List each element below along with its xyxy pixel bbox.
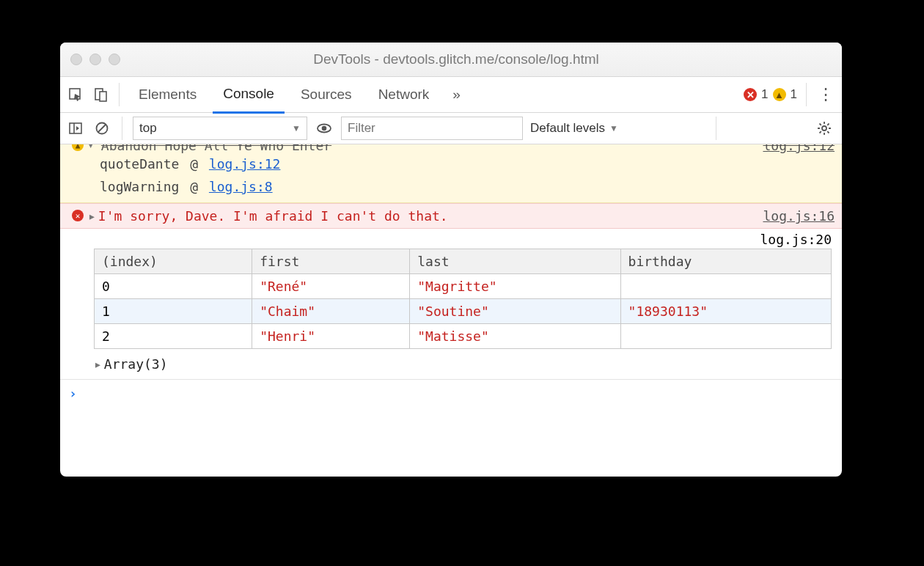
svg-line-17 bbox=[827, 124, 829, 125]
close-window-icon[interactable] bbox=[70, 54, 82, 65]
chevron-down-icon: ▼ bbox=[609, 123, 618, 133]
source-link[interactable]: log.js:8 bbox=[209, 179, 273, 194]
console-settings-icon[interactable] bbox=[817, 121, 836, 136]
tab-sources[interactable]: Sources bbox=[290, 77, 362, 112]
table-row[interactable]: 2 "Henri" "Matisse" bbox=[95, 324, 832, 349]
warning-message: Abandon Hope All Ye Who Enter bbox=[101, 144, 331, 153]
execution-context-value: top bbox=[139, 121, 157, 136]
svg-rect-2 bbox=[100, 92, 106, 101]
window-title: DevTools - devtools.glitch.me/console/lo… bbox=[120, 51, 792, 67]
col-index[interactable]: (index) bbox=[95, 249, 252, 274]
console-error-row[interactable]: ✕ ▸ I'm sorry, Dave. I'm afraid I can't … bbox=[60, 203, 842, 229]
console-table: (index) first last birthday 0 "René" "Ma… bbox=[60, 247, 842, 353]
source-link[interactable]: log.js:20 bbox=[760, 232, 832, 247]
table-row[interactable]: 1 "Chaim" "Soutine" "18930113" bbox=[95, 299, 832, 324]
error-badge-icon[interactable]: ✕ bbox=[744, 88, 757, 101]
disclosure-triangle-icon: ▸ bbox=[94, 356, 102, 372]
execution-context-select[interactable]: top ▼ bbox=[133, 117, 307, 140]
live-expression-icon[interactable] bbox=[315, 119, 334, 138]
svg-line-14 bbox=[819, 124, 821, 125]
zoom-window-icon[interactable] bbox=[109, 54, 120, 65]
col-birthday[interactable]: birthday bbox=[620, 249, 831, 274]
console-sidebar-toggle-icon[interactable] bbox=[66, 119, 85, 138]
chevron-down-icon: ▼ bbox=[292, 123, 301, 133]
log-levels-label: Default levels bbox=[530, 121, 605, 136]
svg-point-9 bbox=[822, 126, 826, 131]
window-titlebar: DevTools - devtools.glitch.me/console/lo… bbox=[60, 43, 842, 77]
svg-rect-3 bbox=[70, 123, 81, 133]
main-tabbar: Elements Console Sources Network » ✕ 1 ▲… bbox=[60, 77, 842, 113]
traffic-lights bbox=[70, 54, 120, 65]
svg-point-8 bbox=[322, 126, 327, 131]
log-levels-select[interactable]: Default levels ▼ bbox=[530, 121, 618, 136]
svg-line-15 bbox=[827, 131, 829, 133]
console-warning-row[interactable]: ▲ Abandon Hope All Ye Who Enter log.js:1… bbox=[60, 144, 842, 203]
clear-console-icon[interactable] bbox=[92, 119, 111, 138]
console-output: ▲ Abandon Hope All Ye Who Enter log.js:1… bbox=[60, 144, 842, 477]
prompt-chevron-icon: › bbox=[69, 386, 77, 401]
col-first[interactable]: first bbox=[252, 249, 410, 274]
tab-network[interactable]: Network bbox=[368, 77, 440, 112]
table-row[interactable]: 0 "René" "Magritte" bbox=[95, 274, 832, 299]
source-link[interactable]: log.js:16 bbox=[755, 208, 835, 224]
filter-input[interactable] bbox=[341, 117, 523, 140]
array-summary-toggle[interactable]: ▸Array(3) bbox=[60, 353, 842, 379]
warning-count: 1 bbox=[791, 87, 797, 102]
console-prompt[interactable]: › bbox=[60, 380, 842, 407]
svg-line-16 bbox=[819, 131, 821, 133]
warning-badge-icon[interactable]: ▲ bbox=[773, 88, 786, 101]
device-toolbar-icon[interactable] bbox=[91, 85, 110, 104]
tab-elements[interactable]: Elements bbox=[128, 77, 207, 112]
stack-frame: quoteDante @ log.js:12 bbox=[100, 153, 835, 176]
col-last[interactable]: last bbox=[410, 249, 620, 274]
error-count: 1 bbox=[761, 87, 768, 102]
inspect-element-icon[interactable] bbox=[66, 85, 85, 104]
devtools-window: DevTools - devtools.glitch.me/console/lo… bbox=[60, 43, 842, 477]
disclosure-triangle-icon[interactable]: ▸ bbox=[88, 208, 96, 224]
console-toolbar: top ▼ Default levels ▼ bbox=[60, 113, 842, 144]
error-message: I'm sorry, Dave. I'm afraid I can't do t… bbox=[98, 208, 448, 224]
minimize-window-icon[interactable] bbox=[89, 54, 101, 65]
disclosure-triangle-icon[interactable] bbox=[88, 144, 99, 153]
error-icon: ✕ bbox=[72, 210, 84, 221]
more-options-icon[interactable]: ⋮ bbox=[815, 85, 836, 104]
tabs-overflow-button[interactable]: » bbox=[445, 87, 468, 103]
stack-frame: logWarning @ log.js:8 bbox=[100, 176, 835, 199]
source-link[interactable]: log.js:12 bbox=[755, 144, 835, 153]
table-header-row: (index) first last birthday bbox=[95, 249, 832, 274]
source-link[interactable]: log.js:12 bbox=[209, 156, 281, 172]
tab-console[interactable]: Console bbox=[213, 76, 285, 114]
warning-icon: ▲ bbox=[72, 144, 84, 151]
svg-line-6 bbox=[98, 125, 106, 133]
